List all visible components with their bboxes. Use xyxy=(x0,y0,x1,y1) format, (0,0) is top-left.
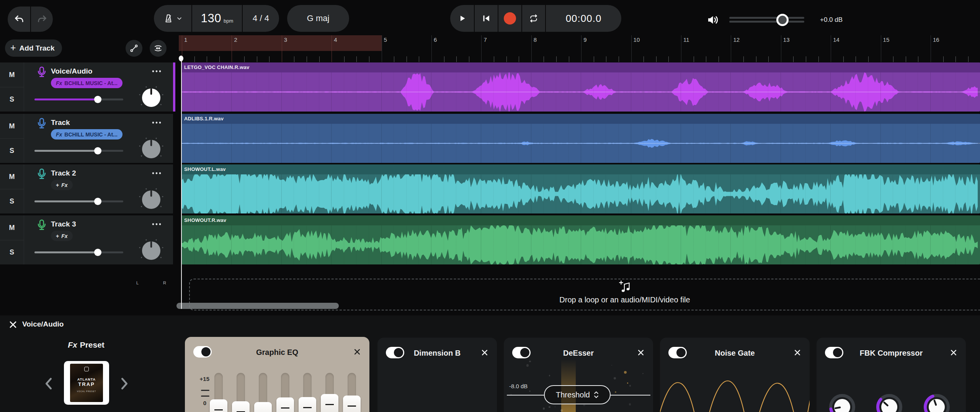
audio-clip[interactable]: LETGO_VOC CHAIN.R.wav xyxy=(181,62,980,112)
track-row[interactable]: MSTrack 2+FxLR xyxy=(0,164,173,213)
dimension-remove-button[interactable] xyxy=(479,348,488,358)
eq-remove-button[interactable] xyxy=(351,347,361,357)
pan-control[interactable]: LR xyxy=(135,86,168,112)
eq-slider-handle[interactable] xyxy=(276,397,294,412)
track-name[interactable]: Track 2 xyxy=(51,169,76,177)
add-fx-badge[interactable]: +Fx xyxy=(51,231,73,241)
ruler-tick xyxy=(756,56,756,62)
fx-preset-fx: Fx xyxy=(68,340,77,349)
slider-knob[interactable] xyxy=(94,249,101,256)
deesser-param-selector[interactable]: Threshold xyxy=(544,385,611,404)
fx-preset-card[interactable]: ATLANTA TRAP VOCAL PRESET xyxy=(64,361,109,405)
fx-panel-close-button[interactable] xyxy=(6,319,18,331)
mute-button[interactable]: M xyxy=(0,62,24,87)
track-row[interactable]: MSVoice/AudioFxBCHILL MUSIC - At...LR xyxy=(0,62,173,112)
track-name[interactable]: Track xyxy=(51,118,70,127)
volume-slider-knob[interactable] xyxy=(776,14,789,26)
slider-knob[interactable] xyxy=(94,147,101,154)
solo-button[interactable]: S xyxy=(0,87,24,112)
eq-slider-handle[interactable] xyxy=(343,396,361,412)
bpm-field[interactable]: 130 bpm xyxy=(191,5,242,32)
track-name[interactable]: Voice/Audio xyxy=(51,67,92,76)
track-menu-button[interactable] xyxy=(149,219,162,228)
record-button[interactable] xyxy=(498,5,521,32)
pan-control[interactable]: LR xyxy=(135,138,168,163)
pan-knob[interactable] xyxy=(135,188,168,213)
fx-chain-badge[interactable]: FxBCHILL MUSIC - At... xyxy=(51,129,122,140)
skip-to-start-button[interactable] xyxy=(474,5,498,32)
key-selector[interactable]: G maj xyxy=(287,5,349,32)
preset-next-button[interactable] xyxy=(117,376,131,392)
compressor-knob[interactable] xyxy=(922,392,952,412)
compressor-knob[interactable] xyxy=(874,392,904,412)
track-volume-slider[interactable] xyxy=(34,98,123,100)
eq-slider-handle[interactable] xyxy=(321,394,338,412)
metronome-button[interactable] xyxy=(154,5,191,32)
track-row[interactable]: MSTrack 3+FxLR xyxy=(0,215,173,264)
solo-button[interactable]: S xyxy=(0,189,24,213)
audio-clip[interactable]: SHOWOUT.R.wav xyxy=(181,215,980,264)
fx-label: Fx xyxy=(56,80,62,86)
mute-button[interactable]: M xyxy=(0,164,24,189)
slider-knob[interactable] xyxy=(94,198,101,205)
playhead-line[interactable] xyxy=(181,57,182,309)
eq-slider-handle[interactable] xyxy=(210,399,227,412)
track-volume-slider[interactable] xyxy=(34,150,123,152)
time-display[interactable]: 00:00.0 xyxy=(545,5,621,32)
more-icon xyxy=(152,172,162,175)
deesser-remove-button[interactable] xyxy=(635,348,645,358)
bar-number: 16 xyxy=(933,36,939,43)
deesser-threshold-line xyxy=(507,395,544,396)
track-menu-button[interactable] xyxy=(149,66,162,76)
audio-clip[interactable]: ADLIBS.1.R.wav xyxy=(181,114,980,163)
add-track-button[interactable]: + Add Track xyxy=(5,39,62,57)
loop-button[interactable] xyxy=(521,5,545,32)
pan-control[interactable]: LR xyxy=(135,188,168,213)
add-fx-badge[interactable]: +Fx xyxy=(51,180,73,190)
pan-control[interactable]: LR xyxy=(135,239,168,264)
time-signature-field[interactable]: 4 / 4 xyxy=(242,5,279,32)
track-row[interactable]: MSTrackFxBCHILL MUSIC - At...LR xyxy=(0,114,173,163)
timeline-ruler[interactable]: 1234567891011121314151617 xyxy=(176,34,980,62)
particle xyxy=(611,365,612,366)
play-button[interactable] xyxy=(450,5,474,32)
horizontal-scrollbar[interactable] xyxy=(176,303,339,309)
track-volume-slider[interactable] xyxy=(34,251,123,253)
eq-slider-handle[interactable] xyxy=(299,397,316,412)
ruler-tick xyxy=(469,56,469,62)
track-name[interactable]: Track 3 xyxy=(51,220,76,228)
fx-label: Fx xyxy=(61,233,67,239)
eq-slider-handle[interactable] xyxy=(232,401,250,412)
daw-app: 130 bpm 4 / 4 G maj xyxy=(0,0,980,412)
clip-header: SHOWOUT.R.wav xyxy=(181,215,980,225)
redo-button[interactable] xyxy=(30,7,53,32)
preset-prev-button[interactable] xyxy=(41,376,55,392)
track-menu-button[interactable] xyxy=(149,168,162,177)
playhead-marker[interactable] xyxy=(179,56,183,61)
mute-button[interactable]: M xyxy=(0,114,24,139)
ruler-tick xyxy=(694,56,694,62)
ruler-tick xyxy=(668,56,669,62)
volume-slider-track2[interactable] xyxy=(729,21,804,23)
pan-knob[interactable] xyxy=(135,239,168,264)
automation-button[interactable] xyxy=(126,40,142,57)
pan-knob[interactable] xyxy=(135,86,168,112)
fx-chain-badge[interactable]: FxBCHILL MUSIC - At... xyxy=(51,78,122,88)
track-volume-slider[interactable] xyxy=(34,200,123,202)
ruler-tick xyxy=(956,56,956,62)
track-menu-button[interactable] xyxy=(149,118,162,127)
gate-remove-button[interactable] xyxy=(791,348,801,358)
compressor-knob[interactable] xyxy=(827,392,857,412)
undo-button[interactable] xyxy=(8,7,30,32)
eq-slider-handle[interactable] xyxy=(254,402,272,412)
volume-slider-track[interactable] xyxy=(729,17,804,19)
slider-knob[interactable] xyxy=(94,96,101,103)
audio-clip[interactable]: SHOWOUT.L.wav xyxy=(181,164,980,213)
pan-knob[interactable] xyxy=(135,138,168,163)
solo-button[interactable]: S xyxy=(0,240,24,264)
loop-region[interactable] xyxy=(179,35,382,51)
time-stretch-button[interactable] xyxy=(150,40,167,57)
compressor-remove-button[interactable] xyxy=(947,348,957,358)
solo-button[interactable]: S xyxy=(0,138,24,163)
mute-button[interactable]: M xyxy=(0,215,24,240)
